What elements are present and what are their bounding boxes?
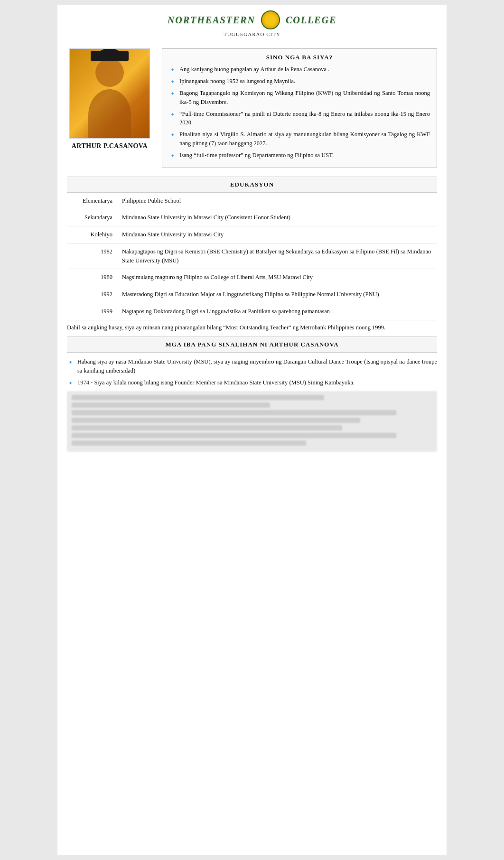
edu-label: Sekundarya <box>67 209 119 226</box>
education-table: ElementaryaPhilippine Public SchoolSekun… <box>67 193 437 320</box>
redacted-line <box>72 433 396 438</box>
edu-value: Nagsimulang magturo ng Filipino sa Colle… <box>119 269 437 286</box>
edu-label: 1992 <box>67 286 119 303</box>
bio-item-text: “Full-time Commissioner” na pinili ni Du… <box>179 110 430 128</box>
redacted-line <box>72 440 306 446</box>
bio-bullet-icon: 🔹 <box>169 110 177 128</box>
other-item-text: 1974 - Siya ay kilala noong bilang isang… <box>77 378 355 387</box>
bio-box: SINO NGA BA SIYA? 🔹Ang kaniyang buong pa… <box>162 48 437 168</box>
profile-photo <box>69 48 150 139</box>
edu-value: Mindanao State University in Marawi City… <box>119 209 437 226</box>
logo-row: NORTHEASTERN COLLEGE <box>57 10 447 29</box>
bio-list: 🔹Ang kaniyang buong pangalan ay Arthur d… <box>169 65 430 160</box>
edu-value: Mindanao State University in Marawi City <box>119 226 437 243</box>
other-header: MGA IBA PANG SINALIHAN NI ARTHUR CASANOV… <box>67 337 437 353</box>
edu-label: 1999 <box>67 303 119 320</box>
bio-list-item: 🔹Isang “full-time professor” ng Departam… <box>169 151 430 160</box>
bio-list-item: 🔹Ang kaniyang buong pangalan ay Arthur d… <box>169 65 430 74</box>
education-header: EDUKASYON <box>67 177 437 193</box>
bio-item-text: Ang kaniyang buong pangalan ay Arthur de… <box>179 65 329 74</box>
table-row: ElementaryaPhilippine Public School <box>67 193 437 209</box>
table-row: 1992Masteradong Digri sa Education Major… <box>67 286 437 303</box>
edu-label: Elementarya <box>67 193 119 209</box>
other-bullet-icon: 🔹 <box>67 358 75 375</box>
redacted-line <box>72 402 270 408</box>
bio-bullet-icon: 🔹 <box>169 151 177 160</box>
bio-bullet-icon: 🔹 <box>169 89 177 107</box>
profile-section: ARTHUR P.CASANOVA SINO NGA BA SIYA? 🔹Ang… <box>57 41 447 173</box>
other-list-item: 🔹1974 - Siya ay kilala noong bilang isan… <box>67 378 437 387</box>
other-list-item: 🔹Habang siya ay nasa Mindanao State Univ… <box>67 357 437 375</box>
bio-list-item: 🔹Pinalitan niya si Virgilio S. Almario a… <box>169 130 430 148</box>
profile-left: ARTHUR P.CASANOVA <box>67 48 152 150</box>
bio-title: SINO NGA BA SIYA? <box>169 54 430 61</box>
logo-emblem <box>261 10 280 29</box>
bio-bullet-icon: 🔹 <box>169 77 177 86</box>
header-subtitle: TUGUEGARAO CITY <box>57 31 447 37</box>
redacted-line <box>72 410 396 415</box>
redacted-block <box>67 391 437 452</box>
edu-label: 1982 <box>67 243 119 269</box>
table-row: KolehiyoMindanao State University in Mar… <box>67 226 437 243</box>
bio-bullet-icon: 🔹 <box>169 65 177 74</box>
bio-list-item: 🔹“Full-time Commissioner” na pinili ni D… <box>169 110 430 128</box>
other-section: 🔹Habang siya ay nasa Mindanao State Univ… <box>67 357 437 387</box>
bio-list-item: 🔹Bagong Tagapangulo ng Komisyon ng Wikan… <box>169 89 430 107</box>
logo-left-text: NORTHEASTERN <box>168 15 255 26</box>
page-container: NORTHEASTERN COLLEGE TUGUEGARAO CITY ART… <box>57 5 447 855</box>
graduation-cap-icon <box>91 51 129 61</box>
edu-value: Nakapagtapos ng Digri sa Kemistri (BSE C… <box>119 243 437 269</box>
page-header: NORTHEASTERN COLLEGE TUGUEGARAO CITY <box>57 5 447 41</box>
bio-bullet-icon: 🔹 <box>169 131 177 148</box>
redacted-line <box>72 395 324 400</box>
other-bullet-icon: 🔹 <box>67 379 75 387</box>
edu-value: Philippine Public School <box>119 193 437 209</box>
logo-right-text: COLLEGE <box>286 15 336 26</box>
table-row: 1982Nakapagtapos ng Digri sa Kemistri (B… <box>67 243 437 269</box>
redacted-line <box>72 418 360 423</box>
bio-item-text: Ipinanganak noong 1952 sa lungsod ng May… <box>179 77 295 86</box>
other-list: 🔹Habang siya ay nasa Mindanao State Univ… <box>67 357 437 387</box>
bio-list-item: 🔹Ipinanganak noong 1952 sa lungsod ng Ma… <box>169 77 430 86</box>
bio-item-text: Isang “full-time professor” ng Departame… <box>179 151 334 160</box>
bio-item-text: Bagong Tagapangulo ng Komisyon ng Wikang… <box>179 89 430 107</box>
edu-value: Nagtapos ng Doktoradong Digri sa Lingguw… <box>119 303 437 320</box>
edu-label: Kolehiyo <box>67 226 119 243</box>
table-row: 1999Nagtapos ng Doktoradong Digri sa Lin… <box>67 303 437 320</box>
education-note: Dahil sa angking husay, siya ay minsan n… <box>67 323 437 332</box>
table-row: SekundaryaMindanao State University in M… <box>67 209 437 226</box>
bio-item-text: Pinalitan niya si Virgilio S. Almario at… <box>179 130 430 148</box>
profile-name: ARTHUR P.CASANOVA <box>72 142 148 150</box>
redacted-line <box>72 425 342 430</box>
edu-value: Masteradong Digri sa Education Major sa … <box>119 286 437 303</box>
other-item-text: Habang siya ay nasa Mindanao State Unive… <box>77 357 437 375</box>
edu-label: 1980 <box>67 269 119 286</box>
table-row: 1980Nagsimulang magturo ng Filipino sa C… <box>67 269 437 286</box>
